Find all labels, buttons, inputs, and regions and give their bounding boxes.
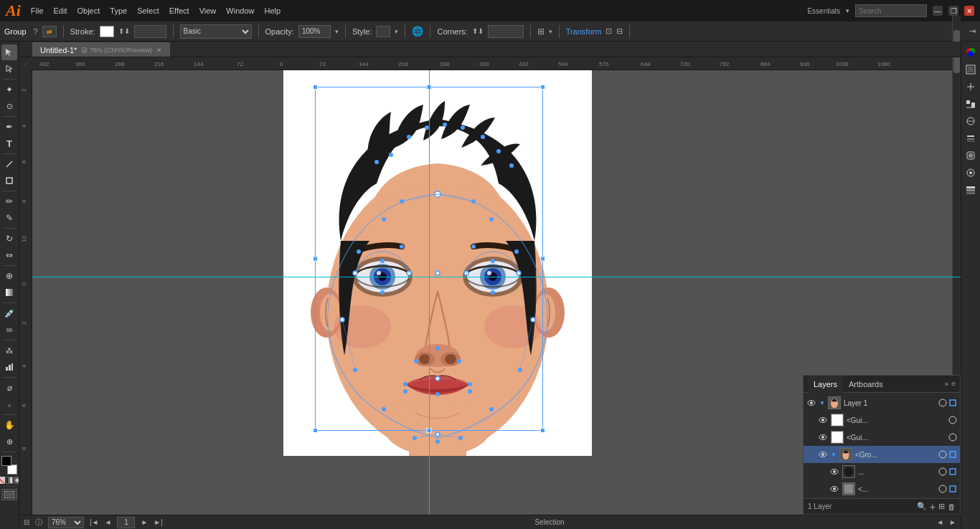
- transform-icon2[interactable]: ⊟: [616, 27, 623, 36]
- style-swatch[interactable]: [376, 26, 390, 37]
- reflect-tool[interactable]: ⇔: [1, 247, 17, 263]
- menu-file[interactable]: File: [27, 5, 48, 16]
- screen-info-icon[interactable]: ⓘ: [35, 518, 42, 528]
- layer-row-5[interactable]: ...: [804, 463, 960, 480]
- menu-type[interactable]: Type: [105, 5, 131, 16]
- stroke-options-icon[interactable]: ⇄: [42, 26, 57, 37]
- eye-icon-3[interactable]: [818, 432, 828, 442]
- style-dropdown-arrow[interactable]: ▾: [395, 28, 398, 35]
- stroke-color-swatch[interactable]: [100, 26, 114, 37]
- vertical-scrollbar[interactable]: [952, 16, 961, 375]
- menu-view[interactable]: View: [195, 5, 221, 16]
- zoom-tool[interactable]: ⊕: [1, 434, 17, 449]
- question-icon[interactable]: ?: [34, 27, 38, 36]
- nav-prev[interactable]: ◄: [105, 518, 112, 526]
- opacity-dropdown-arrow[interactable]: ▾: [335, 28, 339, 35]
- nav-next-last[interactable]: ►|: [154, 518, 163, 526]
- shapebuilder-tool[interactable]: ⊕: [1, 268, 17, 284]
- nav-prev-first[interactable]: |◄: [90, 518, 99, 526]
- layers-menu-icon[interactable]: ≡: [951, 380, 956, 388]
- corners-input[interactable]: [488, 25, 524, 38]
- menu-object[interactable]: Object: [73, 5, 105, 16]
- menu-edit[interactable]: Edit: [50, 5, 72, 16]
- search-layer-icon[interactable]: 🔍: [917, 502, 927, 511]
- rect-tool[interactable]: [1, 173, 17, 189]
- hand-tool[interactable]: ✋: [1, 417, 17, 433]
- minimize-button[interactable]: —: [933, 6, 943, 16]
- menu-window[interactable]: Window: [222, 5, 258, 16]
- eye-icon-2[interactable]: [818, 415, 828, 425]
- layers-tab[interactable]: Layers: [808, 376, 843, 393]
- workspace-label[interactable]: Essentials: [807, 7, 840, 15]
- layer-row-4[interactable]: ▼ <Gro...: [804, 446, 960, 463]
- transform-icon1[interactable]: ⊡: [606, 27, 612, 36]
- layer-row-1[interactable]: ▼ Layer 1: [804, 394, 960, 411]
- type-tool[interactable]: T: [1, 135, 17, 151]
- graphic-styles-icon[interactable]: [963, 148, 979, 163]
- status-arrow-right[interactable]: ►: [949, 518, 956, 526]
- globe-icon[interactable]: 🌐: [412, 26, 423, 37]
- search-input[interactable]: [855, 4, 927, 17]
- stroke-swatch[interactable]: [7, 464, 17, 475]
- transform-panel-icon[interactable]: [963, 79, 979, 95]
- status-arrow-left[interactable]: ◄: [936, 518, 943, 526]
- fill-swatch[interactable]: [1, 456, 11, 466]
- stroke-panel-icon[interactable]: [963, 130, 979, 146]
- linear-gradient-swatch[interactable]: [6, 477, 13, 484]
- graph-tool[interactable]: [1, 359, 17, 375]
- radial-gradient-swatch[interactable]: [14, 477, 19, 484]
- align-icon[interactable]: ⊞: [537, 27, 545, 37]
- transform-label[interactable]: Transform: [566, 27, 602, 36]
- eraser-tool[interactable]: ⬦: [1, 396, 17, 412]
- menu-help[interactable]: Help: [260, 5, 285, 16]
- artboard-panel-icon[interactable]: [963, 62, 979, 77]
- menu-select[interactable]: Select: [133, 5, 164, 16]
- page-number-input[interactable]: [117, 517, 135, 528]
- close-button[interactable]: ✕: [964, 6, 974, 16]
- eyedropper-tool[interactable]: 💉: [1, 305, 17, 321]
- magic-wand-tool[interactable]: ✦: [1, 82, 17, 97]
- stroke-weight-arrows[interactable]: ⬆⬇: [118, 27, 130, 35]
- none-color[interactable]: [0, 477, 5, 484]
- eye-icon-1[interactable]: [806, 398, 816, 408]
- eye-icon-5[interactable]: [829, 467, 839, 477]
- arrow-icon-1[interactable]: ▼: [819, 400, 825, 406]
- maximize-button[interactable]: ❐: [948, 6, 958, 16]
- page-layers-icon[interactable]: ⊞: [938, 502, 945, 511]
- layer-row-3[interactable]: <Gui...: [804, 429, 960, 446]
- select-tool[interactable]: [1, 44, 17, 60]
- screen-mode-btn[interactable]: [1, 489, 17, 500]
- line-tool[interactable]: [1, 156, 17, 172]
- document-tab[interactable]: Untitled-1* @ 76% (CMYK/Preview) ✕: [32, 42, 170, 57]
- pencil-tool[interactable]: ✎: [1, 210, 17, 226]
- lasso-tool[interactable]: ⊙: [1, 98, 17, 114]
- screen-mode-icon[interactable]: ⊟: [24, 518, 29, 526]
- paintbrush-tool[interactable]: ✏: [1, 194, 17, 209]
- align-dropdown-arrow[interactable]: ▾: [549, 28, 552, 35]
- artboards-tab[interactable]: Artboards: [843, 376, 889, 393]
- opacity-input[interactable]: [298, 25, 331, 38]
- direct-select-tool[interactable]: [1, 61, 17, 77]
- adjust-icon[interactable]: ⇥: [969, 27, 976, 36]
- layer-row-2[interactable]: <Gui...: [804, 411, 960, 429]
- layers-expand-icon[interactable]: »: [945, 380, 949, 388]
- layer-row-6[interactable]: <...: [804, 480, 960, 497]
- eye-icon-4[interactable]: [818, 449, 828, 459]
- slice-tool[interactable]: ⌀: [1, 380, 17, 396]
- nav-next[interactable]: ►: [141, 518, 148, 526]
- rotate-tool[interactable]: ↻: [1, 231, 17, 247]
- line-style-dropdown[interactable]: Basic: [180, 24, 252, 39]
- pen-tool[interactable]: ✒: [1, 119, 17, 135]
- symbol-sprayer-tool[interactable]: ⁂: [1, 343, 17, 358]
- tab-close-button[interactable]: ✕: [156, 47, 162, 54]
- blend-tool[interactable]: ∞: [1, 322, 17, 338]
- eye-icon-6[interactable]: [829, 484, 839, 494]
- delete-layer-icon[interactable]: 🗑: [948, 502, 956, 511]
- gradient-tool[interactable]: [1, 285, 17, 300]
- menu-effect[interactable]: Effect: [165, 5, 194, 16]
- layers-icon[interactable]: [963, 182, 979, 198]
- corners-arrows[interactable]: ⬆⬇: [472, 27, 484, 35]
- align-panel-icon[interactable]: [963, 96, 979, 112]
- pathfinder-icon[interactable]: [963, 113, 979, 129]
- zoom-select[interactable]: 76%: [48, 517, 84, 528]
